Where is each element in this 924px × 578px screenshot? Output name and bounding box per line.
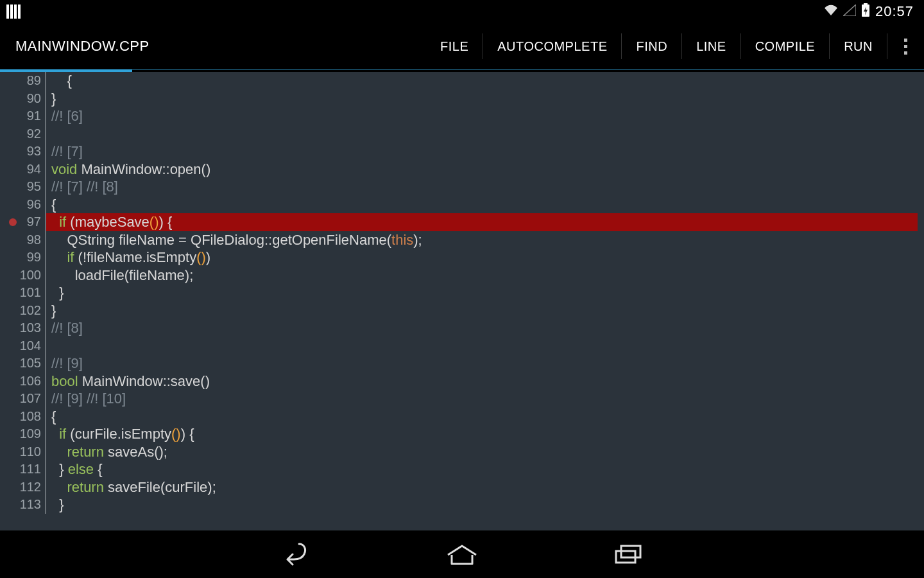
code-content[interactable]: { (51, 408, 924, 426)
code-line[interactable]: 104 (0, 337, 924, 355)
code-line[interactable]: 95//! [7] //! [8] (0, 178, 924, 196)
code-content[interactable]: if (!fileName.isEmpty()) (51, 249, 924, 267)
line-number[interactable]: 109 (0, 425, 45, 443)
code-content[interactable]: return saveAs(); (51, 443, 924, 461)
nav-back-button[interactable] (276, 541, 314, 567)
line-number[interactable]: 100 (0, 267, 45, 285)
gutter-separator (45, 125, 46, 143)
code-content[interactable]: } (51, 90, 924, 108)
code-line[interactable]: 101 } (0, 284, 924, 302)
code-content[interactable]: //! [7] //! [8] (51, 178, 924, 196)
code-line[interactable]: 113 } (0, 496, 924, 514)
menu-find[interactable]: FIND (621, 33, 681, 59)
code-content[interactable]: //! [8] (51, 319, 924, 337)
code-content[interactable]: //! [9] (51, 355, 924, 372)
toolbar-menu: FILE AUTOCOMPLETE FIND LINE COMPILE RUN (426, 33, 918, 59)
code-line[interactable]: 92 (0, 125, 924, 143)
gutter-separator (45, 302, 46, 320)
code-line[interactable]: 108{ (0, 408, 924, 426)
code-content[interactable]: { (51, 72, 924, 90)
code-line[interactable]: 94void MainWindow::open() (0, 161, 924, 179)
line-number[interactable]: 94 (0, 161, 45, 179)
gutter-separator (45, 231, 46, 249)
code-line[interactable]: 98 QString fileName = QFileDialog::getOp… (0, 231, 924, 249)
code-line[interactable]: 90} (0, 90, 924, 108)
cell-signal-icon (843, 4, 856, 19)
menu-compile[interactable]: COMPILE (740, 33, 830, 59)
line-number[interactable]: 89 (0, 72, 45, 90)
code-line[interactable]: 99 if (!fileName.isEmpty()) (0, 249, 924, 267)
code-line[interactable]: 91//! [6] (0, 107, 924, 125)
gutter-separator (45, 425, 46, 443)
menu-overflow[interactable] (887, 33, 918, 59)
code-content[interactable]: } else { (51, 460, 924, 478)
line-number[interactable]: 92 (0, 125, 45, 143)
code-line[interactable]: 96{ (0, 196, 924, 214)
code-line[interactable]: 112 return saveFile(curFile); (0, 478, 924, 496)
line-number[interactable]: 101 (0, 284, 45, 302)
code-content[interactable]: return saveFile(curFile); (51, 478, 924, 496)
menu-file[interactable]: FILE (426, 33, 483, 59)
code-line[interactable]: 97 if (maybeSave()) { (0, 213, 924, 231)
code-line[interactable]: 93//! [7] (0, 143, 924, 161)
code-content[interactable]: } (51, 284, 924, 302)
code-content[interactable]: } (51, 496, 924, 514)
menu-autocomplete[interactable]: AUTOCOMPLETE (483, 33, 621, 59)
line-number[interactable]: 107 (0, 390, 45, 408)
code-line[interactable]: 109 if (curFile.isEmpty()) { (0, 425, 924, 443)
code-line[interactable]: 107//! [9] //! [10] (0, 390, 924, 408)
gutter-separator (45, 408, 46, 426)
wifi-icon (824, 4, 838, 19)
line-number[interactable]: 90 (0, 90, 45, 108)
line-number[interactable]: 98 (0, 231, 45, 249)
menu-line[interactable]: LINE (681, 33, 740, 59)
code-line[interactable]: 89 { (0, 72, 924, 90)
code-content[interactable]: void MainWindow::open() (51, 161, 924, 179)
gutter-separator (45, 355, 46, 372)
line-number[interactable]: 103 (0, 319, 45, 337)
line-number[interactable]: 95 (0, 178, 45, 196)
line-number[interactable]: 105 (0, 355, 45, 372)
line-number[interactable]: 104 (0, 337, 45, 355)
line-number[interactable]: 91 (0, 107, 45, 125)
overflow-icon (904, 39, 907, 55)
line-number[interactable]: 113 (0, 496, 45, 514)
line-number[interactable]: 110 (0, 443, 45, 461)
gutter-separator (45, 249, 46, 267)
line-number[interactable]: 111 (0, 460, 45, 478)
gutter-separator (45, 443, 46, 461)
code-line[interactable]: 102} (0, 302, 924, 320)
status-clock: 20:57 (875, 3, 914, 20)
code-line[interactable]: 110 return saveAs(); (0, 443, 924, 461)
code-content[interactable]: loadFile(fileName); (51, 267, 924, 285)
code-content[interactable]: } (51, 302, 924, 320)
code-content[interactable]: //! [7] (51, 143, 924, 161)
code-content[interactable]: //! [9] //! [10] (51, 390, 924, 408)
line-number[interactable]: 97 (0, 213, 45, 231)
code-content[interactable]: { (51, 196, 924, 214)
code-line[interactable]: 100 loadFile(fileName); (0, 267, 924, 285)
line-number[interactable]: 112 (0, 478, 45, 496)
code-editor[interactable]: 89 {90}91//! [6]9293//! [7]94void MainWi… (0, 72, 924, 530)
code-content[interactable]: bool MainWindow::save() (51, 372, 924, 390)
line-number[interactable]: 108 (0, 408, 45, 426)
code-content[interactable]: //! [6] (51, 107, 924, 125)
line-number[interactable]: 93 (0, 143, 45, 161)
line-number[interactable]: 96 (0, 196, 45, 214)
code-line[interactable]: 103//! [8] (0, 319, 924, 337)
nav-recents-button[interactable] (610, 541, 648, 567)
code-content[interactable]: QString fileName = QFileDialog::getOpenF… (51, 231, 924, 249)
code-content[interactable]: if (maybeSave()) { (46, 213, 918, 231)
menu-run[interactable]: RUN (829, 33, 887, 59)
line-number[interactable]: 102 (0, 302, 45, 320)
line-number[interactable]: 106 (0, 372, 45, 390)
code-line[interactable]: 105//! [9] (0, 355, 924, 372)
code-line[interactable]: 106bool MainWindow::save() (0, 372, 924, 390)
code-line[interactable]: 111 } else { (0, 460, 924, 478)
code-content[interactable]: if (curFile.isEmpty()) { (51, 425, 924, 443)
gutter-separator (45, 107, 46, 125)
gutter-separator (45, 90, 46, 108)
nav-home-button[interactable] (443, 541, 481, 567)
battery-charging-icon (861, 3, 870, 21)
line-number[interactable]: 99 (0, 249, 45, 267)
